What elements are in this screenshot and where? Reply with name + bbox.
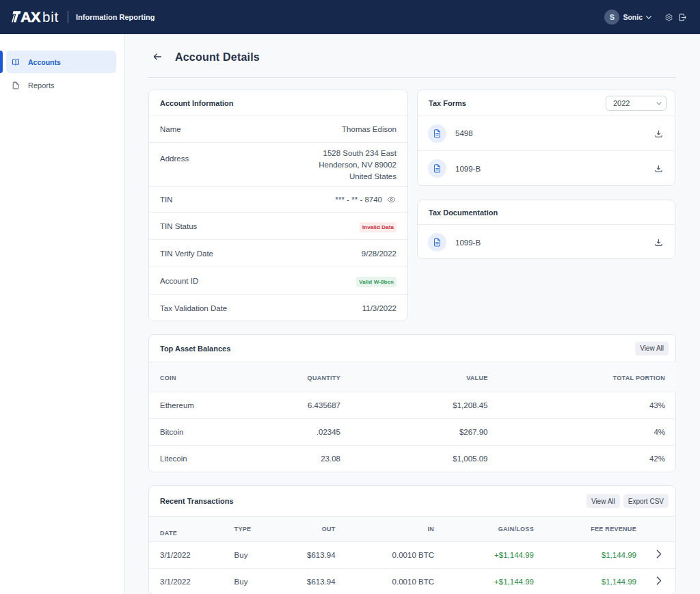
svg-text:AX: AX — [21, 10, 40, 24]
svg-text:bit: bit — [42, 10, 59, 24]
